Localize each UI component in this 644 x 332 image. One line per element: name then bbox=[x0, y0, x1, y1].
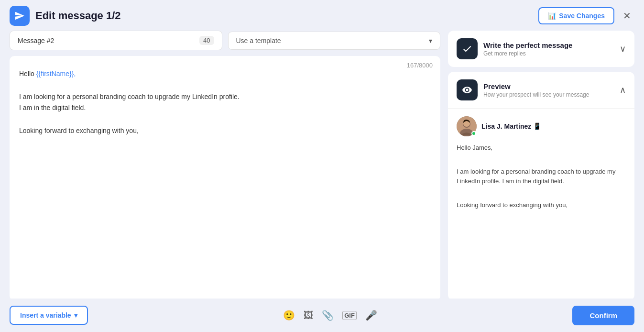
template-select[interactable]: Use a template ▾ bbox=[228, 32, 441, 50]
preview-username: Lisa J. Martinez 📱 bbox=[481, 122, 541, 130]
preview-user: Lisa J. Martinez 📱 bbox=[457, 116, 626, 136]
line3-text: Looking forward to exchanging with you, bbox=[19, 125, 431, 137]
insert-variable-label: Insert a variable bbox=[20, 311, 71, 319]
preview-card: Preview How your prospect will see your … bbox=[448, 72, 634, 300]
image-icon[interactable]: 🖼 bbox=[304, 310, 313, 321]
variable-firstname: {{firstName}}, bbox=[36, 70, 76, 77]
char-counter: 167/8000 bbox=[407, 62, 433, 69]
right-panel: Write the perfect message Get more repli… bbox=[448, 31, 634, 300]
attachment-icon[interactable]: 📎 bbox=[322, 310, 334, 321]
message-label: Message #2 bbox=[18, 37, 54, 44]
header-right: 📊 Save Changes ✕ bbox=[538, 7, 634, 24]
char-count-badge: 40 bbox=[199, 36, 214, 45]
header: Edit message 1/2 📊 Save Changes ✕ bbox=[0, 0, 644, 31]
insert-variable-button[interactable]: Insert a variable ▾ bbox=[10, 306, 88, 325]
preview-header: Preview How your prospect will see your … bbox=[448, 72, 634, 109]
preview-line1: I am looking for a personal branding coa… bbox=[457, 167, 626, 187]
preview-card-subtitle: How your prospect will see your message bbox=[483, 91, 614, 98]
main-content: Message #2 40 Use a template ▾ 167/8000 … bbox=[0, 31, 644, 300]
message-label-box: Message #2 40 bbox=[10, 31, 222, 50]
toolbar-icons: 🙂 🖼 📎 GIF 🎤 bbox=[283, 310, 377, 321]
greeting-text: Hello bbox=[19, 70, 36, 77]
preview-body: Lisa J. Martinez 📱 Hello James, I am loo… bbox=[448, 109, 634, 218]
chevron-down-icon: ▾ bbox=[74, 311, 77, 319]
save-changes-button[interactable]: 📊 Save Changes bbox=[538, 7, 614, 24]
gif-icon[interactable]: GIF bbox=[342, 311, 357, 320]
confirm-button[interactable]: Confirm bbox=[572, 306, 634, 325]
write-collapse-icon[interactable]: ∨ bbox=[620, 44, 626, 54]
write-card-title: Write the perfect message bbox=[483, 41, 614, 49]
emoji-icon[interactable]: 🙂 bbox=[283, 310, 295, 321]
bottom-toolbar: Insert a variable ▾ 🙂 🖼 📎 GIF 🎤 Confirm bbox=[0, 299, 644, 332]
message-editor[interactable]: 167/8000 Hello {{firstName}}, I am looki… bbox=[10, 56, 440, 300]
microphone-icon[interactable]: 🎤 bbox=[365, 310, 377, 321]
write-message-header: Write the perfect message Get more repli… bbox=[457, 38, 626, 59]
preview-card-title: Preview bbox=[483, 82, 614, 90]
header-left: Edit message 1/2 bbox=[10, 6, 121, 26]
preview-icon bbox=[457, 79, 478, 100]
chevron-down-icon: ▾ bbox=[429, 37, 432, 44]
line2-text: I am in the digital field. bbox=[19, 102, 431, 114]
online-indicator bbox=[471, 131, 476, 136]
close-icon: ✕ bbox=[623, 10, 631, 22]
preview-greeting: Hello James, bbox=[457, 143, 626, 153]
write-card-subtitle: Get more replies bbox=[483, 50, 614, 57]
line1-text: I am looking for a personal branding coa… bbox=[19, 91, 431, 103]
page-title: Edit message 1/2 bbox=[35, 10, 121, 22]
avatar-wrapper bbox=[457, 116, 477, 136]
template-select-label: Use a template bbox=[236, 37, 281, 44]
close-button[interactable]: ✕ bbox=[619, 8, 634, 23]
controls-row: Message #2 40 Use a template ▾ bbox=[10, 31, 440, 50]
logo-icon bbox=[10, 6, 30, 26]
write-message-card: Write the perfect message Get more repli… bbox=[448, 31, 634, 67]
message-body: Hello {{firstName}}, I am looking for a … bbox=[19, 68, 431, 137]
left-panel: Message #2 40 Use a template ▾ 167/8000 … bbox=[10, 31, 440, 300]
write-icon bbox=[457, 38, 478, 59]
preview-line2: Looking forward to exchanging with you, bbox=[457, 200, 626, 210]
preview-title-group: Preview How your prospect will see your … bbox=[483, 82, 614, 98]
write-title-group: Write the perfect message Get more repli… bbox=[483, 41, 614, 57]
preview-message-content: Hello James, I am looking for a personal… bbox=[457, 143, 626, 210]
save-icon: 📊 bbox=[548, 12, 556, 20]
preview-collapse-icon[interactable]: ∧ bbox=[620, 85, 626, 95]
